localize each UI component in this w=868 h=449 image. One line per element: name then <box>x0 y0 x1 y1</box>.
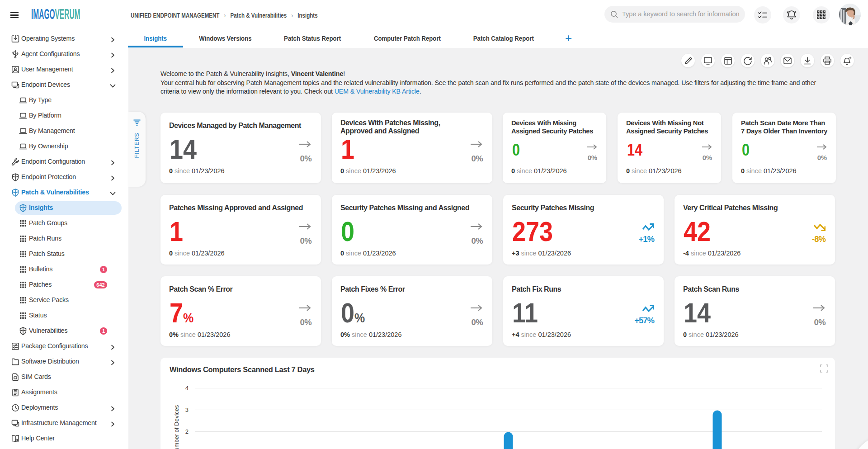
svg-text:3: 3 <box>185 406 189 413</box>
svg-text:Number of Devices: Number of Devices <box>173 405 180 449</box>
svg-text:2: 2 <box>185 428 189 435</box>
svg-text:4: 4 <box>185 385 189 392</box>
